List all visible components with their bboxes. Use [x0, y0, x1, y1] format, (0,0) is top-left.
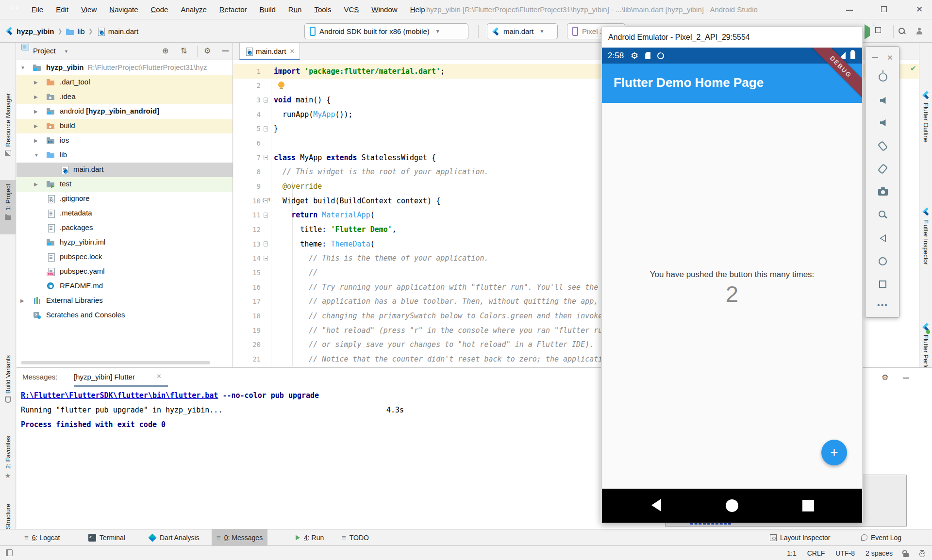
- fold-marker-icon[interactable]: [264, 155, 268, 160]
- menu-tools[interactable]: Tools: [308, 0, 337, 19]
- tree-row-build[interactable]: ▶build: [17, 119, 233, 133]
- menu-edit[interactable]: Edit: [50, 0, 75, 19]
- nav-recents-button[interactable]: [802, 500, 814, 511]
- gear-icon[interactable]: ⚙: [204, 46, 211, 55]
- run-button-partial[interactable]: [865, 28, 870, 36]
- chevron-down-icon[interactable]: ▼: [64, 49, 68, 54]
- tree-row--idea[interactable]: ▶.idea: [17, 90, 233, 104]
- expand-arrow-icon[interactable]: ▶: [34, 123, 38, 129]
- tree-row-test[interactable]: ▶test: [17, 177, 233, 192]
- locate-file-icon[interactable]: ⊕: [162, 46, 168, 55]
- tree-row-android[interactable]: ▶android [hyzp_yibin_android]: [17, 104, 233, 119]
- expand-arrow-icon[interactable]: ▶: [34, 80, 38, 85]
- tree-row-main-dart[interactable]: main.dart: [17, 163, 233, 177]
- back-button[interactable]: [865, 230, 900, 247]
- line-number[interactable]: 2: [233, 82, 261, 89]
- tree-row-ios[interactable]: ▶ios: [17, 133, 233, 148]
- expand-arrow-icon[interactable]: ▶: [20, 298, 24, 303]
- menu-navigate[interactable]: Navigate: [103, 0, 144, 19]
- menu-build[interactable]: Build: [253, 0, 282, 19]
- tree-row-readme-md[interactable]: README.md: [17, 279, 233, 294]
- minimize-button[interactable]: [844, 4, 855, 16]
- close-button[interactable]: ✕: [914, 4, 925, 16]
- line-number[interactable]: 18: [233, 312, 261, 320]
- sidebar-tab-1-project[interactable]: 1: Project: [0, 180, 16, 234]
- tool-window-button-todo[interactable]: ≡TODO: [337, 529, 374, 545]
- device-selector-dropdown[interactable]: Android SDK built for x86 (mobile) ▼: [304, 23, 468, 39]
- overview-button[interactable]: [865, 276, 900, 292]
- fold-marker-icon[interactable]: [264, 126, 268, 132]
- sidebar-tab-2-favorites[interactable]: 2: Favorites★: [0, 432, 16, 493]
- power-button[interactable]: [865, 69, 900, 85]
- caret-position[interactable]: 1:1: [787, 549, 796, 557]
- fold-marker-icon[interactable]: [264, 213, 268, 218]
- menu-view[interactable]: View: [75, 0, 103, 19]
- line-number[interactable]: 7: [233, 154, 261, 162]
- line-number[interactable]: 5: [233, 125, 261, 132]
- line-number[interactable]: 10: [233, 197, 261, 205]
- expand-arrow-icon[interactable]: ▶: [34, 109, 38, 114]
- sidebar-tab-flutter-outline[interactable]: Flutter Outline: [919, 89, 932, 189]
- close-icon[interactable]: ✕: [887, 53, 893, 62]
- expand-arrow-icon[interactable]: ▶: [34, 138, 38, 143]
- line-number[interactable]: 12: [233, 226, 261, 233]
- menu-run[interactable]: Run: [282, 0, 308, 19]
- line-number[interactable]: 17: [233, 297, 261, 305]
- line-number[interactable]: 13: [233, 240, 261, 248]
- collapse-all-icon[interactable]: ⇅: [181, 46, 187, 55]
- tool-window-button-4-run[interactable]: 4: Run: [290, 529, 329, 545]
- minimize-icon[interactable]: [872, 57, 878, 58]
- project-panel-title[interactable]: Project: [33, 47, 56, 55]
- line-number[interactable]: 3: [233, 96, 261, 104]
- gear-icon[interactable]: ⚙: [882, 373, 888, 382]
- run-config-dropdown[interactable]: main.dart ▼: [487, 23, 558, 39]
- menu-code[interactable]: Code: [145, 0, 175, 19]
- fold-marker-icon[interactable]: [264, 256, 268, 261]
- tree-row--gitignore[interactable]: .gitignore: [17, 192, 233, 206]
- volume-down-button[interactable]: [865, 115, 900, 131]
- emulator-window-title[interactable]: Android Emulator - Pixel_2_API_29:5554: [601, 27, 863, 48]
- tool-window-button-event-log[interactable]: Event Log: [856, 529, 906, 545]
- line-endings[interactable]: CRLF: [807, 549, 825, 557]
- line-number[interactable]: 11: [233, 211, 261, 219]
- tree-row--metadata[interactable]: .metadata: [17, 206, 233, 221]
- close-tab-icon[interactable]: ✕: [156, 373, 162, 380]
- line-number[interactable]: 20: [233, 341, 261, 348]
- close-tab-icon[interactable]: ✕: [290, 48, 295, 55]
- menu-vcs[interactable]: VCS: [337, 0, 365, 19]
- nav-home-button[interactable]: [726, 499, 738, 512]
- horizontal-scrollbar[interactable]: [21, 361, 210, 364]
- rotate-right-button[interactable]: [865, 161, 900, 177]
- line-number[interactable]: 4: [233, 111, 261, 118]
- tree-row-external-libraries[interactable]: ▶External Libraries: [17, 294, 233, 308]
- tool-window-button-layout-inspector[interactable]: Layout Inspector: [765, 529, 835, 545]
- fab-increment-button[interactable]: +: [821, 440, 847, 465]
- line-number[interactable]: 14: [233, 254, 261, 262]
- tool-window-button-6-logcat[interactable]: ≡6: Logcat: [19, 529, 65, 545]
- rotate-left-button[interactable]: [865, 138, 900, 154]
- collapse-arrow-icon[interactable]: ▼: [20, 65, 25, 70]
- tree-row-pubspec-yaml[interactable]: YMLpubspec.yaml: [17, 264, 233, 279]
- line-number[interactable]: 19: [233, 327, 261, 334]
- tree-row--dart-tool[interactable]: ▶.dart_tool: [17, 75, 233, 90]
- hide-panel-icon[interactable]: [903, 378, 909, 379]
- breadcrumb-project[interactable]: hyzp_yibin: [17, 27, 54, 35]
- tool-window-button-0-messages[interactable]: ≡0: Messages: [212, 529, 267, 545]
- line-number[interactable]: 16: [233, 283, 261, 291]
- line-number[interactable]: 21: [233, 355, 261, 363]
- line-number[interactable]: 8: [233, 168, 261, 176]
- tree-row-pubspec-lock[interactable]: pubspec.lock: [17, 250, 233, 264]
- line-number[interactable]: 9: [233, 182, 261, 190]
- tree-row-lib[interactable]: ▼lib: [17, 148, 233, 163]
- flutter-bat-link[interactable]: R:\Flutter\FlutterSDK\flutter\bin\flutte…: [21, 391, 218, 400]
- emulator-screen[interactable]: 2:58 ⚙ Flutter Demo Home Page You have p…: [602, 48, 862, 523]
- fold-marker-icon[interactable]: [264, 198, 268, 203]
- expand-arrow-icon[interactable]: ▶: [34, 94, 38, 99]
- home-button[interactable]: [865, 253, 900, 269]
- line-number[interactable]: 6: [233, 139, 261, 147]
- zoom-button[interactable]: [865, 207, 900, 223]
- highlighting-level-icon[interactable]: [919, 550, 925, 557]
- maximize-button[interactable]: [879, 4, 890, 16]
- fold-marker-icon[interactable]: [264, 98, 268, 103]
- collapse-arrow-icon[interactable]: ▼: [34, 152, 39, 158]
